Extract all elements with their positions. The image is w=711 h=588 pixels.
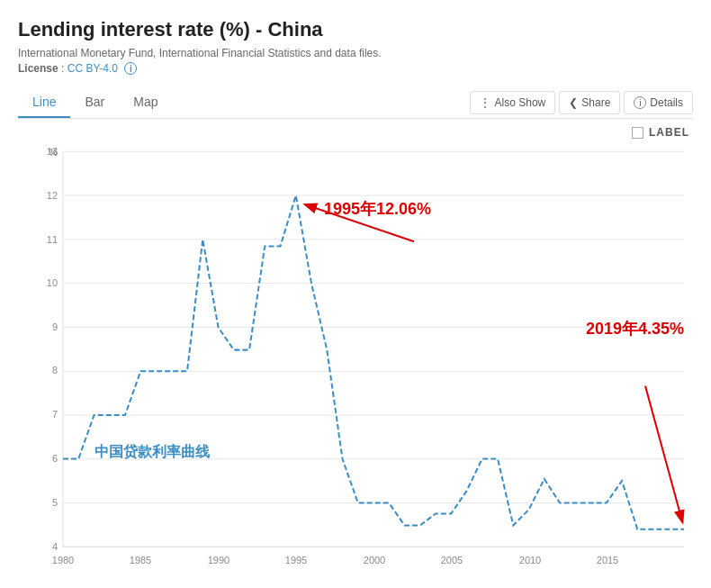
svg-text:4: 4	[52, 541, 58, 552]
svg-text:2000: 2000	[364, 555, 385, 565]
info-icon: i	[124, 62, 137, 75]
arrow-2019	[645, 386, 682, 521]
details-label: Details	[650, 96, 683, 109]
label-checkbox[interactable]	[632, 127, 644, 139]
toolbar: Line Bar Map ⋮ Also Show ❮ Share i Detai…	[18, 87, 693, 119]
arrow-1995	[306, 204, 414, 241]
svg-text:2005: 2005	[441, 555, 463, 565]
tab-bar[interactable]: Bar	[70, 87, 119, 118]
chart-svg: % 13 12 11 10 9 8 7 6	[18, 142, 693, 574]
svg-text:10: 10	[47, 277, 58, 288]
tab-line[interactable]: Line	[18, 87, 70, 118]
svg-text:6: 6	[52, 453, 58, 464]
subtitle: International Monetary Fund, Internation…	[18, 47, 693, 59]
svg-text:13: 13	[47, 146, 58, 157]
also-show-button[interactable]: ⋮ Also Show	[470, 91, 556, 114]
svg-text:1990: 1990	[208, 555, 230, 565]
chart-line	[63, 195, 684, 529]
share-icon: ❮	[569, 96, 578, 109]
chart-container: LABEL 1995年12.06% 2019年4.35% 中国贷款利率曲线 % …	[18, 126, 693, 576]
dots-icon: ⋮	[480, 96, 491, 109]
share-label: Share	[581, 96, 610, 109]
label-row: LABEL	[18, 126, 693, 139]
svg-text:9: 9	[52, 321, 58, 332]
info-circle-icon: i	[634, 96, 646, 109]
chart-area: 1995年12.06% 2019年4.35% 中国贷款利率曲线 % 13 12 …	[18, 142, 693, 574]
also-show-label: Also Show	[495, 96, 546, 109]
svg-text:12: 12	[47, 190, 58, 201]
toolbar-actions: ⋮ Also Show ❮ Share i Details	[470, 91, 693, 114]
svg-text:2015: 2015	[597, 555, 618, 565]
svg-text:2010: 2010	[519, 555, 541, 565]
page-title: Lending interest rate (%) - China	[18, 18, 693, 41]
license: License : CC BY-4.0 i	[18, 62, 693, 75]
svg-text:7: 7	[52, 409, 58, 420]
license-link[interactable]: CC BY-4.0	[68, 62, 118, 75]
share-button[interactable]: ❮ Share	[559, 91, 620, 114]
svg-text:1985: 1985	[130, 555, 151, 565]
details-button[interactable]: i Details	[624, 91, 693, 114]
svg-text:1980: 1980	[52, 555, 74, 565]
tab-map[interactable]: Map	[119, 87, 172, 118]
tab-group: Line Bar Map	[18, 87, 173, 118]
svg-text:5: 5	[52, 497, 58, 508]
license-label: License	[18, 62, 58, 75]
label-text: LABEL	[649, 126, 689, 139]
svg-text:11: 11	[47, 234, 58, 245]
svg-text:8: 8	[52, 365, 58, 375]
svg-text:1995: 1995	[285, 555, 307, 565]
